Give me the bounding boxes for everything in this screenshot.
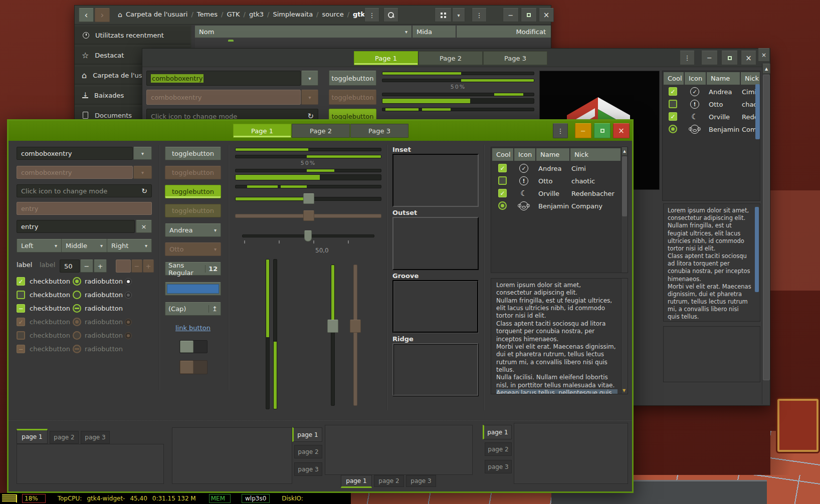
scroll-up-button[interactable]: ▲ xyxy=(622,147,628,155)
breadcrumb-part[interactable]: source xyxy=(322,11,344,19)
fm-minimize-button[interactable]: − xyxy=(503,8,519,22)
column-header-name[interactable]: Nom▾ xyxy=(195,26,412,38)
scale-marks-handle[interactable] xyxy=(304,230,312,241)
name-dropdown[interactable]: Andrea▾ xyxy=(165,223,221,237)
spinbutton-value[interactable]: 50 xyxy=(60,260,80,273)
row-cool-checkbox[interactable]: ✓ xyxy=(498,189,507,197)
notebook2-tab-page1[interactable]: page 1 xyxy=(292,427,322,442)
color-button[interactable] xyxy=(165,282,221,296)
sidebar-item-recent[interactable]: Utilitzats recentment xyxy=(75,27,190,45)
align-right-dropdown[interactable]: Right▾ xyxy=(107,239,152,253)
align-left-dropdown[interactable]: Left▾ xyxy=(17,239,62,253)
checkbutton-indeterminate[interactable]: − xyxy=(17,304,25,313)
notebook1-tab-page3[interactable]: page 3 xyxy=(81,431,110,444)
font-button[interactable]: Sans Regular12 xyxy=(165,262,221,276)
notebook4-tab-page1[interactable]: page 1 xyxy=(483,425,512,439)
gtk3-textview[interactable]: Lorem ipsum dolor sit amet, consectetur … xyxy=(663,203,760,322)
radiobutton-label[interactable]: radiobutton xyxy=(85,278,123,285)
gtk4-close-button[interactable]: × xyxy=(613,123,630,138)
breadcrumb[interactable]: ⌂ Carpeta de l'usuari/ Temes/ GTK/ gtk3/… xyxy=(118,11,358,19)
cell-nick[interactable]: Company xyxy=(571,202,602,210)
col-icon[interactable]: Icon xyxy=(514,148,535,161)
file-chooser-button[interactable]: (Cap)↥ xyxy=(165,302,221,316)
gtk3-maximize-button[interactable] xyxy=(721,51,738,65)
gtk3-tab-page3[interactable]: Page 3 xyxy=(483,51,547,65)
textview-scrollbar-track[interactable]: ▼ xyxy=(621,279,628,394)
align-middle-dropdown[interactable]: Middle▾ xyxy=(61,239,107,253)
table-scrollbar-track[interactable]: ▲ xyxy=(621,147,628,273)
gtk3-scrollbar-track[interactable]: ▲ xyxy=(762,64,770,404)
notebook3-tab-page1[interactable]: page 1 xyxy=(341,475,372,488)
comboboxentry-dropdown[interactable]: ▾ xyxy=(133,147,152,160)
spin-plus-button[interactable]: + xyxy=(94,260,107,273)
vertical-scale-handle[interactable] xyxy=(327,320,338,333)
checkbutton-label[interactable]: checkbutton xyxy=(30,305,70,312)
togglebutton-active[interactable]: togglebutton xyxy=(165,185,221,198)
view-mode-dropdown[interactable]: ▾ xyxy=(452,8,465,22)
breadcrumb-part[interactable]: Temes xyxy=(197,11,218,19)
gtk4-tab-page1[interactable]: Page 1 xyxy=(233,124,291,138)
entry[interactable]: entry xyxy=(17,220,135,233)
notebook3-tab-page2[interactable]: page 2 xyxy=(374,475,404,487)
col-cool[interactable]: Cool xyxy=(664,72,684,85)
gtk3-tab-page1[interactable]: Page 1 xyxy=(354,51,418,65)
table-scrollbar-thumb[interactable] xyxy=(755,84,760,139)
togglebutton[interactable]: togglebutton xyxy=(165,147,221,160)
radiobutton-indeterminate[interactable] xyxy=(73,304,81,313)
radiobutton-label[interactable]: radiobutton xyxy=(85,305,123,312)
lorem-textview[interactable]: Lorem ipsum dolor sit amet, consectetur … xyxy=(491,278,628,394)
scrollbar-thumb[interactable] xyxy=(763,75,770,380)
radio-nolabel-unselected[interactable] xyxy=(125,292,132,299)
row-cool-checkbox[interactable] xyxy=(669,100,677,108)
col-icon[interactable]: Icon xyxy=(685,72,706,85)
fm-close-button[interactable]: × xyxy=(539,8,554,22)
cell-name[interactable]: Otto xyxy=(709,101,723,108)
radiobutton-selected[interactable] xyxy=(73,277,81,286)
row-cool-radio[interactable] xyxy=(498,201,507,210)
cell-name[interactable]: Benjamin xyxy=(709,126,739,133)
gtk3-togglebutton[interactable]: togglebutton xyxy=(329,71,376,86)
scroll-down-icon[interactable]: ▼ xyxy=(623,388,626,393)
col-name[interactable]: Name xyxy=(707,72,740,85)
gtk3-tab-page2[interactable]: Page 2 xyxy=(419,51,483,65)
scale-handle[interactable] xyxy=(303,193,314,204)
gtk3-minimize-button[interactable]: − xyxy=(701,51,718,65)
gtk3-comboboxentry-input[interactable]: comboboxentry xyxy=(146,71,301,86)
notebook1-tab-page1[interactable]: page 1 xyxy=(17,429,48,444)
icon-entry[interactable]: Click icon to change mode↻ xyxy=(17,184,152,197)
scroll-up-button[interactable]: ▲ xyxy=(762,64,770,74)
notebook4-tab-page3[interactable]: page 3 xyxy=(485,460,512,473)
checkbutton-label[interactable]: checkbutton xyxy=(30,291,70,299)
col-cool[interactable]: Cool xyxy=(492,148,513,161)
notebook1-tab-page2[interactable]: page 2 xyxy=(50,431,79,444)
col-nick[interactable]: Nick xyxy=(570,148,621,161)
app-menu-button[interactable]: ⋮ xyxy=(472,8,487,22)
checkbutton-unchecked[interactable] xyxy=(17,291,25,299)
cell-name[interactable]: Andrea xyxy=(538,165,561,172)
gtk4-tab-page2[interactable]: Page 2 xyxy=(292,124,350,138)
breadcrumb-part[interactable]: GTK xyxy=(227,11,240,19)
scrollbar-thumb[interactable] xyxy=(622,156,627,216)
radiobutton-unselected[interactable] xyxy=(73,291,81,299)
cell-nick[interactable]: Redenbacher xyxy=(571,190,614,197)
breadcrumb-part[interactable]: Carpeta de l'usuari xyxy=(126,11,188,19)
notebook2-tab-page3[interactable]: page 3 xyxy=(294,462,322,476)
row-cool-checkbox[interactable]: ✓ xyxy=(669,112,677,121)
view-mode-button[interactable] xyxy=(435,8,452,22)
cell-name[interactable]: Orville xyxy=(709,113,730,121)
gtk4-minimize-button[interactable]: − xyxy=(575,123,591,138)
gtk3-menu-button[interactable]: ⋮ xyxy=(680,51,695,65)
breadcrumb-part[interactable]: Simplewaita xyxy=(273,11,313,19)
vertical-scale-track[interactable] xyxy=(331,265,335,406)
cell-nick[interactable]: Cimi xyxy=(571,165,586,172)
cell-nick[interactable]: Cimi xyxy=(742,88,756,96)
checkbutton-checked[interactable]: ✓ xyxy=(17,277,25,286)
cell-name[interactable]: Orville xyxy=(538,190,559,197)
row-cool-radio[interactable] xyxy=(669,125,677,133)
overlay-close-button[interactable]: × xyxy=(758,48,770,62)
gtk4-maximize-button[interactable] xyxy=(594,123,610,138)
gtk4-tab-page3[interactable]: Page 3 xyxy=(350,124,408,138)
fm-maximize-button[interactable] xyxy=(521,8,537,22)
comboboxentry-input[interactable]: comboboxentry xyxy=(17,147,133,160)
checkbutton-label[interactable]: checkbutton xyxy=(30,278,70,285)
